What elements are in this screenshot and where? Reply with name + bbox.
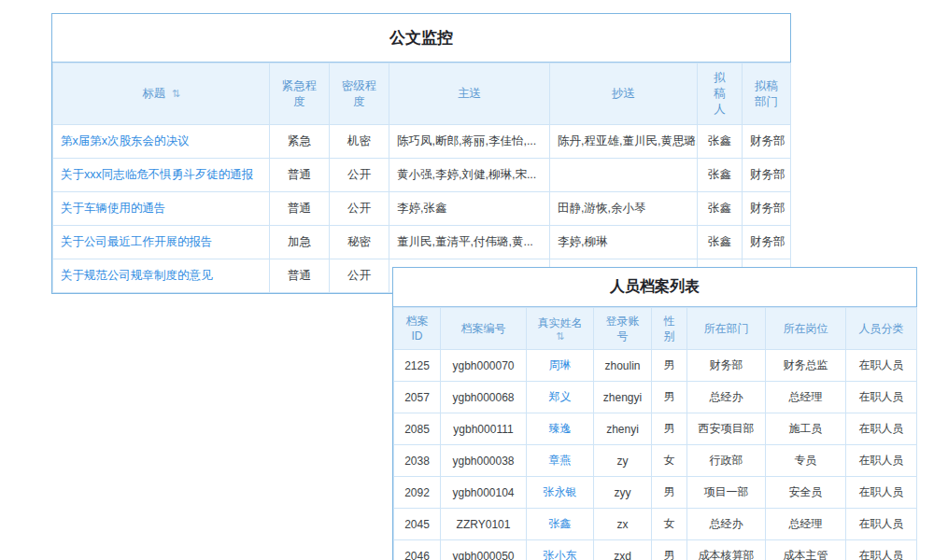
cell-urgency: 普通 [270,192,330,226]
cell-drafter: 张鑫 [698,159,743,192]
table-row: 2125 ygbh000070 周琳 zhoulin 男 财务部 财务总监 在职… [394,350,917,382]
doc-title-link[interactable]: 关于车辆使用的通告 [53,192,270,226]
cell-category: 在职人员 [846,350,917,382]
col-header-position: 所在岗位 [766,308,846,350]
cell-archive-id: 2092 [394,477,441,509]
doc-title-link[interactable]: 关于规范公司规章制度的意见 [53,259,270,293]
cell-position: 成本主管 [766,540,846,560]
cell-category: 在职人员 [846,540,917,560]
cell-main-send: 董川民,董清平,付伟璐,黄... [389,226,550,259]
personnel-title: 人员档案列表 [393,268,916,307]
cell-gender: 男 [652,540,687,560]
cell-gender: 女 [652,509,687,540]
col-header-real-name[interactable]: 真实姓名 ⇅ [527,308,594,350]
cell-category: 在职人员 [846,445,917,477]
table-row: 关于车辆使用的通告 普通 公开 李婷,张鑫 田静,游恢,余小琴 张鑫 财务部 [53,192,791,226]
col-header-title-label: 标题 [142,87,165,100]
cell-gender: 男 [652,382,687,413]
cell-cc: 陈丹,程亚雄,董川民,黄思璐... [550,125,698,159]
real-name-link[interactable]: 周琳 [527,350,594,382]
cell-department: 成本核算部 [687,540,766,560]
doc-title-link[interactable]: 关于xxx同志临危不惧勇斗歹徒的通报 [53,159,270,192]
real-name-link[interactable]: 章燕 [527,445,594,477]
table-row: 2085 ygbh000111 臻逸 zhenyi 男 西安项目部 施工员 在职… [394,413,917,445]
cell-archive-no: ygbh000070 [441,350,527,382]
cell-secrecy: 公开 [330,259,389,293]
cell-login-account: zhengyi [594,382,652,413]
cell-draft-dept: 财务部 [743,159,791,192]
table-row: 2038 ygbh000038 章燕 zy 女 行政部 专员 在职人员 [394,445,917,477]
cell-gender: 男 [652,350,687,382]
cell-login-account: zx [594,509,652,540]
personnel-table: 档案ID 档案编号 真实姓名 ⇅ 登录账号 性别 所在部门 所在岗位 人员分类 … [393,307,917,560]
cell-drafter: 张鑫 [698,125,743,159]
cell-position: 财务总监 [766,350,846,382]
col-header-category: 人员分类 [846,308,917,350]
cell-login-account: zhoulin [594,350,652,382]
cell-main-send: 陈巧凤,断郎,蒋丽,李佳怡,... [389,125,550,159]
cell-position: 总经理 [766,382,846,413]
cell-draft-dept: 财务部 [743,192,791,226]
cell-department: 总经办 [687,382,766,413]
cell-drafter: 张鑫 [698,226,743,259]
cell-cc: 田静,游恢,余小琴 [550,192,698,226]
table-row: 2092 ygbh000104 张永银 zyy 男 项目一部 安全员 在职人员 [394,477,917,509]
cell-gender: 男 [652,413,687,445]
cell-main-send: 李婷,张鑫 [389,192,550,226]
table-row: 关于公司最近工作开展的报告 加急 秘密 董川民,董清平,付伟璐,黄... 李婷,… [53,226,791,259]
real-name-link[interactable]: 张永银 [527,477,594,509]
col-header-drafter: 拟稿人 [698,63,743,125]
cell-main-send: 黄小强,李婷,刘健,柳琳,宋... [389,159,550,192]
table-row: 2057 ygbh000068 郑义 zhengyi 男 总经办 总经理 在职人… [394,382,917,413]
cell-archive-no: ZZRY0101 [441,509,527,540]
col-header-urgency: 紧急程度 [270,63,330,125]
real-name-link[interactable]: 臻逸 [527,413,594,445]
cell-department: 总经办 [687,509,766,540]
real-name-link[interactable]: 张鑫 [527,509,594,540]
cell-urgency: 紧急 [270,125,330,159]
cell-archive-id: 2045 [394,509,441,540]
cell-archive-no: ygbh000111 [441,413,527,445]
cell-position: 安全员 [766,477,846,509]
col-header-main-send: 主送 [389,63,550,125]
doc-title-link[interactable]: 第x届第x次股东会的决议 [53,125,270,159]
cell-secrecy: 机密 [330,125,389,159]
cell-category: 在职人员 [846,509,917,540]
sort-icon: ⇅ [534,331,586,342]
cell-draft-dept: 财务部 [743,226,791,259]
personnel-header-row: 档案ID 档案编号 真实姓名 ⇅ 登录账号 性别 所在部门 所在岗位 人员分类 [394,308,917,350]
col-header-title[interactable]: 标题 ⇅ [53,63,270,125]
col-header-secrecy: 密级程度 [330,63,389,125]
cell-archive-id: 2125 [394,350,441,382]
cell-department: 行政部 [687,445,766,477]
cell-gender: 女 [652,445,687,477]
cell-department: 西安项目部 [687,413,766,445]
table-row: 第x届第x次股东会的决议 紧急 机密 陈巧凤,断郎,蒋丽,李佳怡,... 陈丹,… [53,125,791,159]
cell-archive-no: ygbh000104 [441,477,527,509]
cell-urgency: 普通 [270,259,330,293]
cell-archive-no: ygbh000038 [441,445,527,477]
cell-archive-id: 2038 [394,445,441,477]
col-header-archive-id: 档案ID [394,308,441,350]
cell-archive-id: 2057 [394,382,441,413]
sort-icon: ⇅ [172,88,180,99]
cell-login-account: zyy [594,477,652,509]
cell-login-account: zhenyi [594,413,652,445]
real-name-link[interactable]: 张小东 [527,540,594,560]
col-header-cc: 抄送 [550,63,698,125]
doc-title-link[interactable]: 关于公司最近工作开展的报告 [53,226,270,259]
cell-draft-dept: 财务部 [743,125,791,159]
col-header-archive-no: 档案编号 [441,308,527,350]
cell-archive-id: 2085 [394,413,441,445]
cell-category: 在职人员 [846,477,917,509]
cell-login-account: zy [594,445,652,477]
col-header-real-name-label: 真实姓名 [538,316,583,329]
col-header-login-account: 登录账号 [594,308,652,350]
doc-monitor-table: 标题 ⇅ 紧急程度 密级程度 主送 抄送 拟稿人 拟稿部门 第x届第x次股东会的… [52,63,791,293]
col-header-department: 所在部门 [687,308,766,350]
col-header-draft-dept: 拟稿部门 [743,63,791,125]
table-row: 2046 ygbh000050 张小东 zxd 男 成本核算部 成本主管 在职人… [394,540,917,560]
real-name-link[interactable]: 郑义 [527,382,594,413]
cell-archive-no: ygbh000068 [441,382,527,413]
cell-position: 专员 [766,445,846,477]
